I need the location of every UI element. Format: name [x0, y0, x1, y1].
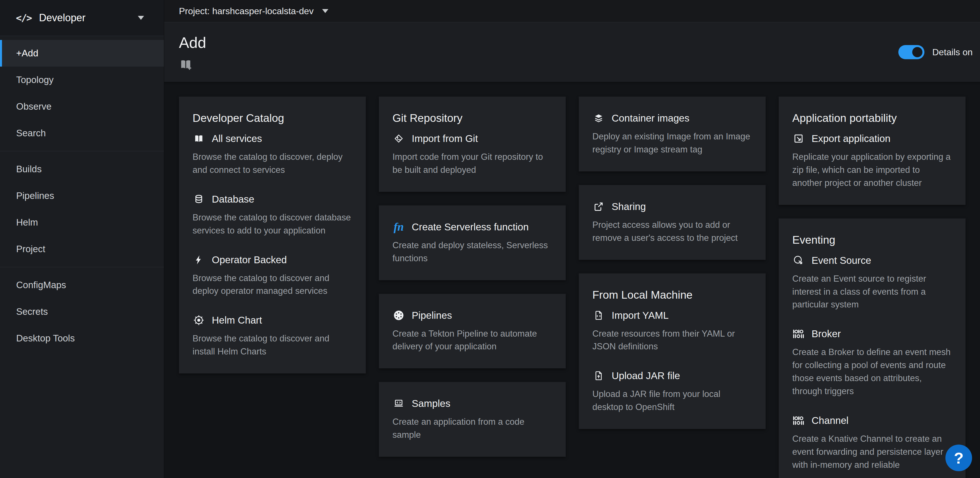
card-item-list: Import from GitImport code from your Git… — [393, 132, 552, 176]
sidebar-item-builds[interactable]: Builds — [0, 156, 164, 183]
card-samples: SamplesCreate an application from a code… — [379, 382, 566, 457]
action-label: All services — [212, 133, 262, 144]
card-column: Git RepositoryImport from GitImport code… — [379, 97, 566, 478]
action-label: Database — [212, 194, 255, 205]
sidebar-item-secrets[interactable]: Secrets — [0, 299, 164, 325]
add-action-operator-backed: Operator BackedBrowse the catalog to dis… — [192, 254, 352, 298]
share-icon — [592, 200, 605, 213]
add-action-link-import-yaml[interactable]: Import YAML — [592, 309, 752, 322]
card-column: Application portabilityExport applicatio… — [779, 97, 966, 478]
sidebar-item-add[interactable]: +Add — [0, 40, 164, 67]
page-title: Add — [179, 34, 980, 51]
card-item-list: All servicesBrowse the catalog to discov… — [192, 132, 352, 358]
card-developer-catalog: Developer CatalogAll servicesBrowse the … — [179, 97, 366, 373]
card-item-list: Container imagesDeploy an existing Image… — [592, 112, 752, 156]
action-description: Import code from your Git repository to … — [393, 151, 552, 176]
sidebar-divider — [0, 267, 164, 267]
add-action-link-event-source[interactable]: Event Source — [792, 254, 952, 267]
card-column: Container imagesDeploy an existing Image… — [579, 97, 765, 478]
add-action-link-database[interactable]: Database — [192, 193, 352, 205]
card-pipelines: PipelinesCreate a Tekton Pipeline to aut… — [379, 294, 566, 368]
sidebar-item-observe[interactable]: Observe — [0, 93, 164, 120]
card-eventing: EventingEvent SourceCreate an Event sour… — [779, 218, 966, 478]
add-action-link-sharing[interactable]: Sharing — [592, 200, 752, 213]
sidebar-item-project[interactable]: Project — [0, 236, 164, 262]
card-item-list: SamplesCreate an application from a code… — [393, 397, 552, 441]
add-action-link-create-serverless-function[interactable]: fnCreate Serverless function — [393, 221, 552, 233]
add-action-samples: SamplesCreate an application from a code… — [393, 397, 552, 441]
sidebar: </> Developer +AddTopologyObserveSearchB… — [0, 0, 164, 478]
card-container-images: Container imagesDeploy an existing Image… — [579, 97, 765, 172]
action-description: Browse the catalog to discover and insta… — [192, 332, 352, 358]
add-action-link-export-application[interactable]: Export application — [792, 132, 952, 145]
card-sharing: SharingProject access allows you to add … — [579, 185, 765, 260]
sidebar-item-topology[interactable]: Topology — [0, 67, 164, 93]
help-button[interactable]: ? — [945, 445, 972, 471]
perspective-switcher[interactable]: </> Developer — [0, 0, 164, 36]
add-action-link-helm-chart[interactable]: Helm Chart — [192, 314, 352, 326]
add-action-link-samples[interactable]: Samples — [393, 397, 552, 410]
add-action-create-serverless-function: fnCreate Serverless functionCreate and d… — [393, 221, 552, 265]
add-action-link-broker[interactable]: Broker — [792, 327, 952, 340]
action-label: Export application — [811, 133, 890, 144]
action-label: Channel — [811, 415, 848, 426]
card-item-list: Event SourceCreate an Event source to re… — [792, 254, 952, 472]
file-upload-icon — [592, 370, 605, 382]
action-label: Import YAML — [612, 310, 669, 321]
action-description: Project access allows you to add or remo… — [592, 218, 752, 245]
book-plus-icon[interactable] — [179, 57, 192, 72]
action-label: Samples — [412, 398, 450, 409]
action-description: Create resources from their YAML or JSON… — [592, 327, 752, 353]
card-title: Eventing — [792, 234, 952, 246]
add-action-link-pipelines[interactable]: Pipelines — [393, 309, 552, 322]
database-icon — [192, 193, 205, 205]
pipelines-icon — [393, 309, 405, 322]
serverless-fn-icon: fn — [393, 221, 405, 233]
action-description: Browse the catalog to discover, deploy a… — [192, 151, 352, 176]
perspective-label: Developer — [39, 12, 85, 24]
action-label: Operator Backed — [212, 254, 287, 265]
add-action-link-operator-backed[interactable]: Operator Backed — [192, 254, 352, 266]
sidebar-item-configmaps[interactable]: ConfigMaps — [0, 272, 164, 299]
topbar: Project: harshcasper-localsta-dev — [164, 0, 980, 22]
sidebar-item-search[interactable]: Search — [0, 120, 164, 146]
add-action-link-container-images[interactable]: Container images — [592, 112, 752, 124]
card-create-serverless-function: fnCreate Serverless functionCreate and d… — [379, 205, 566, 280]
sidebar-divider — [0, 151, 164, 151]
details-toggle[interactable] — [898, 45, 924, 59]
add-action-container-images: Container imagesDeploy an existing Image… — [592, 112, 752, 156]
card-title: Developer Catalog — [192, 112, 352, 124]
action-description: Replicate your application by exporting … — [792, 151, 952, 189]
card-title: Application portability — [792, 112, 952, 124]
add-action-channel: ChannelCreate a Knative Channel to creat… — [792, 414, 952, 472]
add-action-all-services: All servicesBrowse the catalog to discov… — [192, 132, 352, 176]
card-git-repository: Git RepositoryImport from GitImport code… — [379, 97, 566, 192]
action-description: Create an application from a code sample — [393, 415, 552, 441]
add-action-link-channel[interactable]: Channel — [792, 414, 952, 427]
bolt-icon — [192, 254, 205, 266]
project-selector[interactable]: Project: harshcasper-localsta-dev — [179, 6, 328, 16]
sidebar-item-desktop-tools[interactable]: Desktop Tools — [0, 325, 164, 352]
add-action-database: DatabaseBrowse the catalog to discover d… — [192, 193, 352, 237]
page-header: Add Details on — [164, 22, 980, 82]
card-column: Developer CatalogAll servicesBrowse the … — [179, 97, 366, 478]
sidebar-item-pipelines[interactable]: Pipelines — [0, 183, 164, 209]
action-label: Helm Chart — [212, 314, 262, 326]
add-action-export-application: Export applicationReplicate your applica… — [792, 132, 952, 189]
sidebar-item-helm[interactable]: Helm — [0, 209, 164, 236]
add-action-link-all-services[interactable]: All services — [192, 132, 352, 145]
add-action-link-import-from-git[interactable]: Import from Git — [393, 132, 552, 145]
sidebar-nav: +AddTopologyObserveSearchBuildsPipelines… — [0, 36, 164, 352]
action-description: Upload a JAR file from your local deskto… — [592, 387, 752, 414]
action-label: Pipelines — [412, 310, 452, 321]
book-icon — [192, 132, 205, 145]
layers-icon — [592, 112, 605, 124]
chevron-down-icon — [138, 16, 144, 20]
toggle-knob — [912, 47, 923, 57]
action-label: Upload JAR file — [612, 370, 680, 381]
card-grid: Developer CatalogAll servicesBrowse the … — [164, 82, 980, 478]
add-action-link-upload-jar-file[interactable]: Upload JAR file — [592, 370, 752, 382]
project-selector-label: Project: harshcasper-localsta-dev — [179, 6, 313, 16]
action-description: Create a Tekton Pipeline to automate del… — [393, 327, 552, 353]
action-description: Create a Knative Channel to create an ev… — [792, 432, 952, 472]
